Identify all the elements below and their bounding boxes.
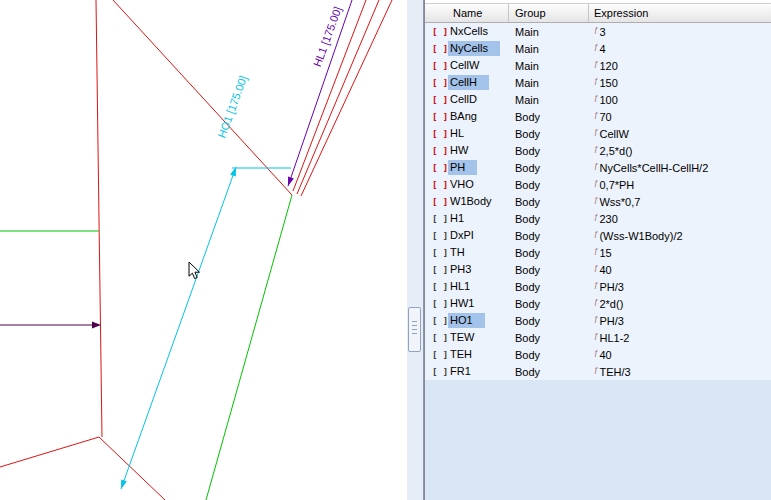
table-row[interactable]: [ ]BAngBodyƒ70 bbox=[425, 108, 771, 125]
parameter-group-cell[interactable]: Body bbox=[509, 159, 589, 176]
column-header-group[interactable]: Group bbox=[509, 4, 589, 22]
parameter-expression-cell[interactable]: ƒNyCells*CellH-CellH/2 bbox=[589, 159, 771, 176]
table-row[interactable]: [ ]CellDMainƒ100 bbox=[425, 91, 771, 108]
table-row[interactable]: [ ]DxPIBodyƒ(Wss-W1Body)/2 bbox=[425, 227, 771, 244]
parameter-name-cell[interactable]: [ ]HO1 bbox=[425, 312, 509, 329]
parameter-name-cell[interactable]: [ ]PH bbox=[425, 159, 509, 176]
drawing-canvas[interactable]: HL1 [175.00] HO1 [175.00] bbox=[0, 0, 407, 500]
hl1-dimension-line[interactable] bbox=[288, 0, 352, 186]
parameter-group-cell[interactable]: Main bbox=[509, 57, 589, 74]
parameter-name-cell[interactable]: [ ]TEW bbox=[425, 329, 509, 346]
table-row[interactable]: [ ]PH3Bodyƒ40 bbox=[425, 261, 771, 278]
parameter-group-cell[interactable]: Body bbox=[509, 346, 589, 363]
parameter-name-cell[interactable]: [ ]NxCells bbox=[425, 23, 509, 40]
parameter-expression-cell[interactable]: ƒHL1-2 bbox=[589, 329, 771, 346]
parameter-group-cell[interactable]: Main bbox=[509, 74, 589, 91]
splitter-bar[interactable] bbox=[407, 0, 424, 500]
parameter-name-cell[interactable]: [ ]H1 bbox=[425, 210, 509, 227]
column-header-expression[interactable]: Expression bbox=[589, 4, 771, 22]
red-bottom-right-line[interactable] bbox=[99, 437, 165, 500]
splitter-thumb[interactable] bbox=[408, 307, 421, 352]
parameter-name-cell[interactable]: [ ]BAng bbox=[425, 108, 509, 125]
parameter-name-cell[interactable]: [ ]TH bbox=[425, 244, 509, 261]
parameter-expression-cell[interactable]: ƒ4 bbox=[589, 40, 771, 57]
parameter-expression-cell[interactable]: ƒ40 bbox=[589, 346, 771, 363]
red-diagonal-line[interactable] bbox=[113, 0, 292, 195]
parameter-name-cell[interactable]: [ ]HL1 bbox=[425, 278, 509, 295]
parameter-expression-cell[interactable]: ƒ150 bbox=[589, 74, 771, 91]
parameter-expression-cell[interactable]: ƒ100 bbox=[589, 91, 771, 108]
red-left-edge-line[interactable] bbox=[96, 0, 102, 437]
parameter-name-cell[interactable]: [ ]FR1 bbox=[425, 363, 509, 380]
parameter-name-cell[interactable]: [ ]TEH bbox=[425, 346, 509, 363]
table-row[interactable]: [ ]HW1Bodyƒ2*d() bbox=[425, 295, 771, 312]
parameter-expression-cell[interactable]: ƒ2*d() bbox=[589, 295, 771, 312]
parameter-group-cell[interactable]: Main bbox=[509, 40, 589, 57]
parameter-name-cell[interactable]: [ ]HW1 bbox=[425, 295, 509, 312]
parameter-expression-cell[interactable]: ƒCellW bbox=[589, 125, 771, 142]
table-row[interactable]: [ ]FR1BodyƒTEH/3 bbox=[425, 363, 771, 380]
parameter-group-cell[interactable]: Body bbox=[509, 108, 589, 125]
parameter-expression-cell[interactable]: ƒ15 bbox=[589, 244, 771, 261]
parameter-group-cell[interactable]: Body bbox=[509, 193, 589, 210]
parameter-group-cell[interactable]: Body bbox=[509, 210, 589, 227]
parameter-group-cell[interactable]: Body bbox=[509, 142, 589, 159]
parameter-group-cell[interactable]: Body bbox=[509, 329, 589, 346]
parameter-expression-cell[interactable]: ƒPH/3 bbox=[589, 312, 771, 329]
table-row[interactable]: [ ]NyCellsMainƒ4 bbox=[425, 40, 771, 57]
column-header-name[interactable]: Name bbox=[425, 4, 509, 22]
table-row[interactable]: [ ]TEHBodyƒ40 bbox=[425, 346, 771, 363]
parameter-group-cell[interactable]: Body bbox=[509, 227, 589, 244]
parameter-name-cell[interactable]: [ ]HL bbox=[425, 125, 509, 142]
parameter-expression-cell[interactable]: ƒ230 bbox=[589, 210, 771, 227]
table-row[interactable]: [ ]HLBodyƒCellW bbox=[425, 125, 771, 142]
table-row[interactable]: [ ]HL1BodyƒPH/3 bbox=[425, 278, 771, 295]
parameter-group-cell[interactable]: Body bbox=[509, 125, 589, 142]
parameter-name-cell[interactable]: [ ]DxPI bbox=[425, 227, 509, 244]
parameter-group-cell[interactable]: Body bbox=[509, 278, 589, 295]
parameter-name-cell[interactable]: [ ]HW bbox=[425, 142, 509, 159]
ho1-dimension-line[interactable] bbox=[121, 167, 236, 489]
parameter-name-cell[interactable]: [ ]NyCells bbox=[425, 40, 509, 57]
table-row[interactable]: [ ]CellWMainƒ120 bbox=[425, 57, 771, 74]
parameter-name-cell[interactable]: [ ]PH3 bbox=[425, 261, 509, 278]
parameter-group-cell[interactable]: Body bbox=[509, 295, 589, 312]
parameter-group-cell[interactable]: Body bbox=[509, 261, 589, 278]
table-row[interactable]: [ ]THBodyƒ15 bbox=[425, 244, 771, 261]
parameter-group-cell[interactable]: Main bbox=[509, 91, 589, 108]
parameter-expression-cell[interactable]: ƒPH/3 bbox=[589, 278, 771, 295]
table-row[interactable]: [ ]H1Bodyƒ230 bbox=[425, 210, 771, 227]
parameter-group-cell[interactable]: Body bbox=[509, 363, 589, 380]
parameter-name-cell[interactable]: [ ]VHO bbox=[425, 176, 509, 193]
parameter-expression-cell[interactable]: ƒ0,7*PH bbox=[589, 176, 771, 193]
parameter-expression-cell[interactable]: ƒ(Wss-W1Body)/2 bbox=[589, 227, 771, 244]
parameter-expression-cell[interactable]: ƒTEH/3 bbox=[589, 363, 771, 380]
table-row[interactable]: [ ]W1BodyBodyƒWss*0,7 bbox=[425, 193, 771, 210]
parameter-expression-cell[interactable]: ƒ3 bbox=[589, 23, 771, 40]
table-row[interactable]: [ ]PHBodyƒNyCells*CellH-CellH/2 bbox=[425, 159, 771, 176]
red-bundle-line-2[interactable] bbox=[297, 0, 379, 194]
red-bottom-left-line[interactable] bbox=[0, 437, 99, 467]
table-row[interactable]: [ ]HO1BodyƒPH/3 bbox=[425, 312, 771, 329]
table-row[interactable]: [ ]CellHMainƒ150 bbox=[425, 74, 771, 91]
table-row[interactable]: [ ]NxCellsMainƒ3 bbox=[425, 23, 771, 40]
parameter-name-cell[interactable]: [ ]CellH bbox=[425, 74, 509, 91]
parameter-name-cell[interactable]: [ ]W1Body bbox=[425, 193, 509, 210]
parameter-group-cell[interactable]: Body bbox=[509, 244, 589, 261]
parameter-name-cell[interactable]: [ ]CellW bbox=[425, 57, 509, 74]
table-row[interactable]: [ ]VHOBodyƒ0,7*PH bbox=[425, 176, 771, 193]
parameter-expression-cell[interactable]: ƒ120 bbox=[589, 57, 771, 74]
parameter-group-cell[interactable]: Body bbox=[509, 176, 589, 193]
parameter-expression-cell[interactable]: ƒ40 bbox=[589, 261, 771, 278]
table-row[interactable]: [ ]TEWBodyƒHL1-2 bbox=[425, 329, 771, 346]
parameter-group-cell[interactable]: Main bbox=[509, 23, 589, 40]
parameter-group-cell[interactable]: Body bbox=[509, 312, 589, 329]
red-bundle-line-3[interactable] bbox=[301, 0, 392, 196]
parameter-name-cell[interactable]: [ ]CellD bbox=[425, 91, 509, 108]
parameter-expression-cell[interactable]: ƒWss*0,7 bbox=[589, 193, 771, 210]
hl1-dimension-label[interactable]: HL1 [175.00] bbox=[311, 5, 344, 68]
parameter-expression-cell[interactable]: ƒ70 bbox=[589, 108, 771, 125]
table-row[interactable]: [ ]HWBodyƒ2,5*d() bbox=[425, 142, 771, 159]
green-slanted-line[interactable] bbox=[206, 195, 292, 500]
parameter-expression-cell[interactable]: ƒ2,5*d() bbox=[589, 142, 771, 159]
